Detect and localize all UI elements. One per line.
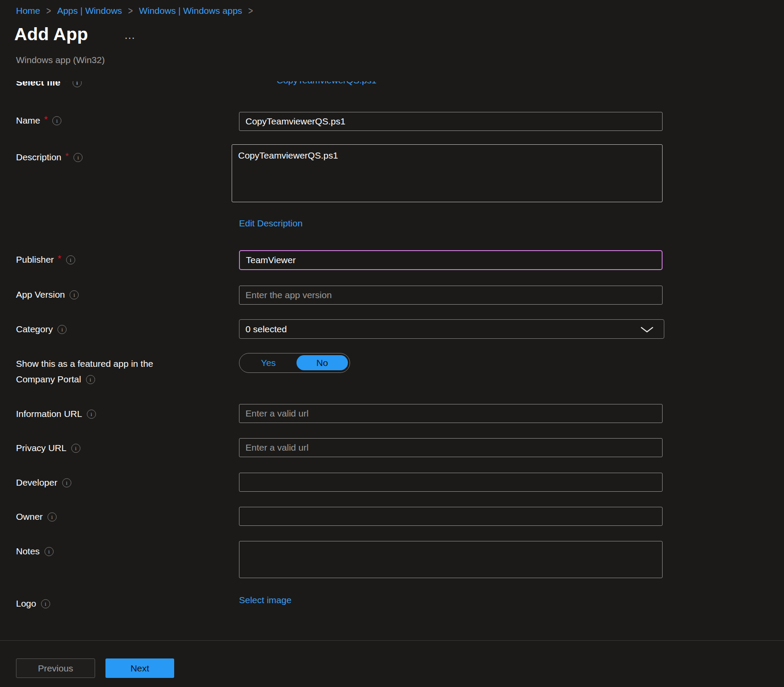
description-label: Description * i	[16, 152, 83, 162]
logo-label: Logo i	[16, 598, 50, 609]
required-asterisk: *	[65, 151, 69, 161]
chevron-down-icon	[641, 327, 653, 333]
select-file-label: Select file	[16, 81, 61, 88]
privacy-url-input[interactable]	[239, 438, 663, 457]
breadcrumb-separator-icon: >	[248, 5, 253, 17]
breadcrumb-link-apps-windows[interactable]: Apps | Windows	[57, 6, 122, 16]
category-label: Category i	[16, 324, 67, 334]
app-version-input[interactable]	[239, 286, 663, 305]
breadcrumb-link-windows-apps[interactable]: Windows | Windows apps	[139, 6, 242, 16]
notes-label: Notes i	[16, 546, 54, 557]
info-icon[interactable]: i	[71, 444, 80, 453]
owner-input[interactable]	[239, 507, 663, 526]
required-asterisk: *	[64, 81, 68, 86]
required-asterisk: *	[44, 114, 48, 124]
notes-textarea[interactable]	[239, 541, 663, 578]
info-icon[interactable]: i	[86, 375, 95, 384]
category-dropdown[interactable]: 0 selected	[239, 319, 664, 339]
app-version-label: App Version i	[16, 289, 79, 300]
information-url-label: Information URL i	[16, 409, 96, 419]
featured-label-line1: Show this as a featured app in the	[16, 359, 153, 369]
next-button[interactable]: Next	[105, 658, 174, 678]
info-icon[interactable]: i	[41, 599, 50, 608]
previous-button[interactable]: Previous	[16, 658, 95, 678]
edit-description-link[interactable]: Edit Description	[239, 218, 303, 229]
description-textarea[interactable]: CopyTeamviewerQS.ps1	[232, 144, 663, 202]
required-asterisk: *	[58, 253, 61, 264]
breadcrumb-separator-icon: >	[128, 5, 133, 17]
info-icon[interactable]: i	[66, 255, 75, 264]
more-options-button[interactable]: …	[124, 29, 136, 42]
info-icon[interactable]: i	[73, 153, 83, 162]
add-app-page: { "breadcrumb": { "separator": ">", "ite…	[0, 0, 784, 687]
breadcrumb-link-home[interactable]: Home	[16, 6, 40, 16]
breadcrumb: Home > Apps | Windows > Windows | Window…	[16, 6, 253, 16]
featured-toggle[interactable]: Yes No	[239, 353, 350, 373]
info-icon[interactable]: i	[48, 512, 57, 522]
featured-toggle-no-selected[interactable]: No	[296, 355, 348, 370]
select-image-link[interactable]: Select image	[239, 595, 291, 605]
page-subtitle: Windows app (Win32)	[16, 55, 105, 65]
info-icon[interactable]: i	[87, 410, 96, 419]
featured-label-line2: Company Portal i	[16, 374, 95, 385]
selected-file-link[interactable]: CopyTeamviewerQS.ps1	[277, 81, 376, 86]
developer-input[interactable]	[239, 473, 663, 492]
info-icon[interactable]: i	[45, 547, 54, 556]
footer-divider	[0, 640, 784, 641]
privacy-url-label: Privacy URL i	[16, 443, 80, 453]
publisher-label: Publisher * i	[16, 254, 75, 265]
category-selected-value: 0 selected	[245, 324, 287, 334]
info-icon[interactable]: i	[57, 325, 67, 334]
breadcrumb-separator-icon: >	[46, 5, 51, 17]
owner-label: Owner i	[16, 512, 57, 522]
name-input[interactable]	[239, 112, 663, 131]
info-icon[interactable]: i	[52, 116, 61, 125]
info-icon[interactable]: i	[62, 478, 71, 487]
information-url-input[interactable]	[239, 404, 663, 423]
info-icon[interactable]: i	[70, 290, 79, 299]
developer-label: Developer i	[16, 477, 71, 488]
publisher-input[interactable]	[239, 250, 663, 270]
info-icon[interactable]: i	[73, 81, 82, 87]
name-label: Name * i	[16, 115, 61, 126]
select-file-row-clipped: Select file * i CopyTeamviewerQS.ps1	[0, 81, 674, 92]
featured-toggle-yes[interactable]: Yes	[239, 353, 297, 372]
page-title: Add App	[14, 24, 88, 45]
